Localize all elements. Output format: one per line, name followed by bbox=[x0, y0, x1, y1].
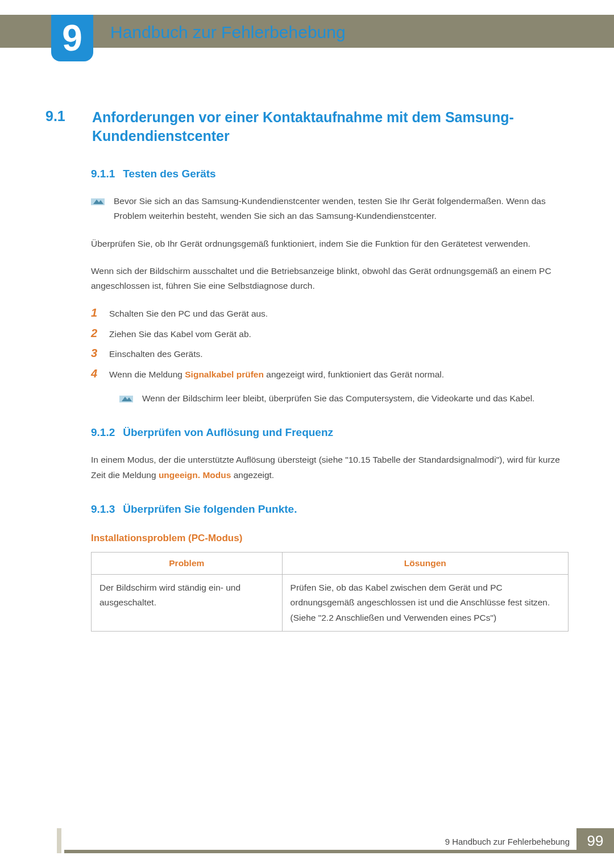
table-cell-solution: Prüfen Sie, ob das Kabel zwischen dem Ge… bbox=[282, 574, 568, 631]
page-footer: 9 Handbuch zur Fehlerbehebung 99 bbox=[0, 828, 614, 853]
subsection-heading: 9.1.2 Überprüfen von Auflösung und Frequ… bbox=[91, 426, 569, 439]
chapter-title: Handbuch zur Fehlerbehebung bbox=[110, 23, 346, 42]
step-text: Ziehen Sie das Kabel vom Gerät ab. bbox=[109, 327, 251, 342]
step-text: Wenn die Meldung Signalkabel prüfen ange… bbox=[109, 368, 444, 382]
problem-table: Problem Lösungen Der Bildschirm wird stä… bbox=[91, 552, 569, 632]
note-block: Bevor Sie sich an das Samsung-Kundendien… bbox=[91, 194, 569, 224]
section-number: 9.1 bbox=[45, 108, 80, 145]
subsection-heading: 9.1.1 Testen des Geräts bbox=[91, 168, 569, 180]
footer-accent bbox=[57, 828, 61, 853]
body-paragraph: In einem Modus, der die unterstützte Auf… bbox=[91, 452, 569, 483]
subsection-number: 9.1.1 bbox=[91, 168, 115, 180]
section-heading: 9.1 Anforderungen vor einer Kontaktaufna… bbox=[45, 108, 569, 145]
page-number: 99 bbox=[576, 828, 614, 853]
note-text: Wenn der Bildschirm leer bleibt, überprü… bbox=[142, 391, 534, 406]
step-text-part: angezeigt wird, funktioniert das Gerät n… bbox=[264, 369, 444, 379]
chapter-number: 9 bbox=[62, 20, 82, 56]
subsection-heading: 9.1.3 Überprüfen Sie folgenden Punkte. bbox=[91, 503, 569, 516]
subsection-number: 9.1.2 bbox=[91, 426, 115, 439]
note-icon bbox=[91, 195, 105, 209]
subsection-title: Überprüfen Sie folgenden Punkte. bbox=[123, 503, 297, 516]
table-header-row: Problem Lösungen bbox=[92, 552, 569, 574]
step-text: Einschalten des Geräts. bbox=[109, 347, 203, 362]
step-text: Schalten Sie den PC und das Gerät aus. bbox=[109, 307, 268, 321]
subsection-title: Testen des Geräts bbox=[123, 168, 215, 180]
footer-bar bbox=[64, 850, 614, 853]
body-paragraph: Überprüfen Sie, ob Ihr Gerät ordnungsgem… bbox=[91, 236, 569, 251]
topic-label: Installationsproblem (PC-Modus) bbox=[91, 533, 569, 544]
note-block: Wenn der Bildschirm leer bleibt, überprü… bbox=[119, 391, 569, 406]
footer-text: 9 Handbuch zur Fehlerbehebung bbox=[445, 837, 570, 846]
highlighted-term: ungeeign. Modus bbox=[159, 470, 231, 480]
page-content: 9.1 Anforderungen vor einer Kontaktaufna… bbox=[45, 108, 569, 632]
highlighted-term: Signalkabel prüfen bbox=[185, 369, 264, 379]
step-number: 3 bbox=[91, 347, 100, 360]
step-item: 2 Ziehen Sie das Kabel vom Gerät ab. bbox=[91, 327, 569, 342]
step-number: 1 bbox=[91, 306, 100, 319]
table-cell-problem: Der Bildschirm wird ständig ein- und aus… bbox=[92, 574, 283, 631]
subsection-number: 9.1.3 bbox=[91, 503, 115, 516]
step-text-part: Wenn die Meldung bbox=[109, 369, 185, 379]
step-number: 4 bbox=[91, 367, 100, 380]
table-row: Der Bildschirm wird ständig ein- und aus… bbox=[92, 574, 569, 631]
step-item: 4 Wenn die Meldung Signalkabel prüfen an… bbox=[91, 367, 569, 382]
note-icon bbox=[119, 392, 133, 406]
paragraph-part: angezeigt. bbox=[231, 470, 274, 480]
step-number: 2 bbox=[91, 327, 100, 340]
note-text: Bevor Sie sich an das Samsung-Kundendien… bbox=[114, 194, 569, 224]
section-title: Anforderungen vor einer Kontaktaufnahme … bbox=[92, 108, 569, 145]
body-paragraph: Wenn sich der Bildschirm ausschaltet und… bbox=[91, 264, 569, 294]
step-item: 3 Einschalten des Geräts. bbox=[91, 347, 569, 362]
table-header-problem: Problem bbox=[92, 552, 283, 574]
chapter-number-badge: 9 bbox=[51, 15, 93, 61]
table-header-solution: Lösungen bbox=[282, 552, 568, 574]
subsection-title: Überprüfen von Auflösung und Frequenz bbox=[123, 426, 333, 439]
step-list: 1 Schalten Sie den PC und das Gerät aus.… bbox=[91, 306, 569, 382]
step-item: 1 Schalten Sie den PC und das Gerät aus. bbox=[91, 306, 569, 321]
